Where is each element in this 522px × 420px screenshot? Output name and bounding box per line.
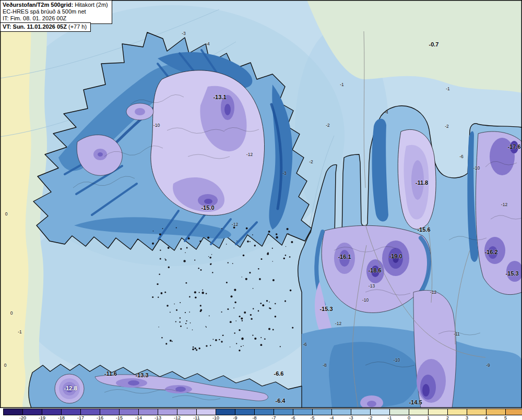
colorbar-cell bbox=[428, 409, 448, 415]
colorbar-cell bbox=[216, 409, 235, 415]
colorbar-tick-label: -12 bbox=[174, 415, 181, 420]
colorbar-cell bbox=[119, 409, 139, 415]
colorbar-cell bbox=[254, 409, 274, 415]
colorbar-cell bbox=[351, 409, 371, 415]
colorbar-tick-label: -15 bbox=[116, 415, 123, 420]
colorbar-tick-label: -20 bbox=[19, 415, 26, 420]
map-info-box: Veðurstofan/T2m 500grid: Hitakort (2m) E… bbox=[0, 0, 112, 24]
colorbar-tick-label: -5 bbox=[310, 415, 314, 420]
colorbar-cell bbox=[274, 409, 293, 415]
map-title-suffix: Hitakort (2m) bbox=[73, 2, 108, 8]
colorbar-cell bbox=[3, 409, 23, 415]
colorbar-cell bbox=[331, 409, 351, 415]
colorbar-tick-label: -13 bbox=[155, 415, 161, 420]
colorbar-cell bbox=[80, 409, 100, 415]
colorbar-tick-label: -8 bbox=[252, 415, 256, 420]
colorbar-cell bbox=[22, 409, 42, 415]
colorbar-tick-label: -18 bbox=[58, 415, 65, 420]
colorbar-tick-label: -19 bbox=[39, 415, 45, 420]
colorbar-tick-label: -14 bbox=[135, 415, 142, 420]
colorbar-tick-label: 2 bbox=[446, 415, 449, 420]
colorbar-tick-label: -2 bbox=[368, 415, 372, 420]
colorbar-cell bbox=[138, 409, 158, 415]
map-canvas bbox=[0, 0, 522, 408]
colorbar-tick-label: -6 bbox=[291, 415, 295, 420]
colorbar-cell bbox=[100, 409, 120, 415]
valid-time-offset: (+77 h) bbox=[67, 23, 87, 30]
colorbar-tick-label: -10 bbox=[212, 415, 219, 420]
valid-time-box: VT: Sun. 11.01.2026 05Z (+77 h) bbox=[0, 22, 91, 32]
colorbar-cell bbox=[312, 409, 332, 415]
colorbar-tick-label: -9 bbox=[233, 415, 237, 420]
colorbar-tick-label: 0 bbox=[408, 415, 410, 420]
colorbar-cell bbox=[196, 409, 216, 415]
weather-map-page: -0.7-13.1-17.6-11.8-15.0-15.6-16.1-19.0-… bbox=[0, 0, 522, 420]
colorbar-cell bbox=[389, 409, 409, 415]
colorbar-tick-label: -17 bbox=[77, 415, 84, 420]
temperature-map: -0.7-13.1-17.6-11.8-15.0-15.6-16.1-19.0-… bbox=[0, 0, 522, 408]
map-title: Veðurstofan/T2m 500grid: bbox=[3, 2, 73, 8]
valid-time: VT: Sun. 11.01.2026 05Z bbox=[3, 23, 67, 30]
colorbar-tick-label: 4 bbox=[485, 415, 488, 420]
colorbar-cell bbox=[505, 409, 522, 415]
colorbar-cell bbox=[447, 409, 467, 415]
colorbar-tick-label: -4 bbox=[329, 415, 334, 420]
map-title-line: Veðurstofan/T2m 500grid: Hitakort (2m) bbox=[3, 2, 108, 8]
colorbar-tick-label: 1 bbox=[427, 415, 430, 420]
colorbar-cell bbox=[177, 409, 197, 415]
colorbar-cell bbox=[235, 409, 255, 415]
colorbar-cell bbox=[486, 409, 506, 415]
colorbar-tick-label: -16 bbox=[97, 415, 103, 420]
colorbar-tick-label: -7 bbox=[271, 415, 276, 420]
colorbar-cell bbox=[42, 409, 62, 415]
colorbar-cell bbox=[370, 409, 390, 415]
colorbar-tick-label: -3 bbox=[349, 415, 353, 420]
colorbar-tick-label: -1 bbox=[387, 415, 392, 420]
colorbar-tick-label: 5 bbox=[504, 415, 507, 420]
colorbar-cell bbox=[158, 409, 177, 415]
colorbar-cell bbox=[61, 409, 81, 415]
colorbar-tick-label: 3 bbox=[466, 415, 468, 420]
map-subtitle: EC-HRES spá brúuð á 500m net bbox=[3, 8, 108, 15]
colorbar-cell bbox=[409, 409, 429, 415]
init-time: IT: Fim. 08. 01. 2026 00Z bbox=[3, 15, 108, 22]
colorbar: -20-19-18-17-16-15-14-13-12-11-10-9-8-7-… bbox=[0, 408, 522, 420]
colorbar-cell bbox=[293, 409, 313, 415]
colorbar-tick-label: -11 bbox=[193, 415, 199, 420]
colorbar-cell bbox=[467, 409, 487, 415]
